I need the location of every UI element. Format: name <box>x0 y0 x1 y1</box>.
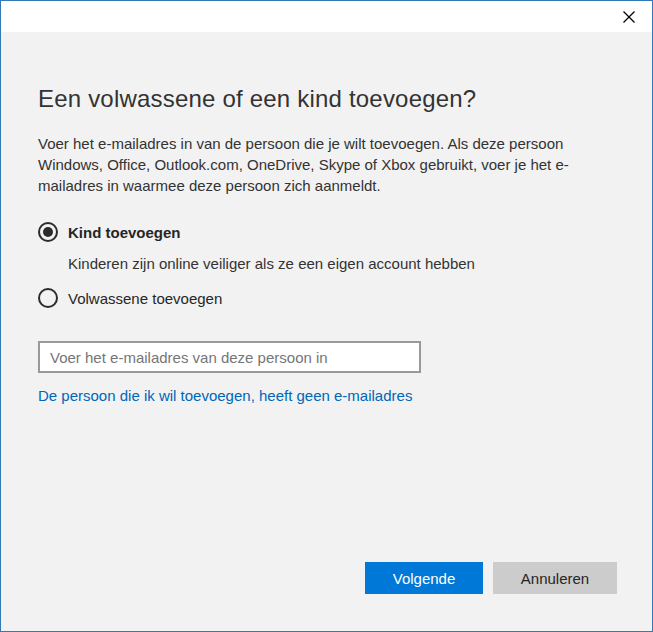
add-family-member-dialog: Een volwassene of een kind toevoegen? Vo… <box>0 0 653 632</box>
dialog-title: Een volwassene of een kind toevoegen? <box>38 85 615 113</box>
radio-option-child-label: Kind toevoegen <box>68 224 181 241</box>
dialog-footer: Volgende Annuleren <box>365 562 617 594</box>
radio-unselected-icon <box>38 288 58 308</box>
titlebar <box>1 1 652 32</box>
email-input[interactable] <box>38 341 421 373</box>
radio-option-child[interactable]: Kind toevoegen <box>38 222 615 242</box>
radio-selected-icon <box>38 222 58 242</box>
dialog-description: Voer het e-mailadres in van de persoon d… <box>38 133 578 196</box>
dialog-content: Een volwassene of een kind toevoegen? Vo… <box>1 32 652 631</box>
child-option-hint: Kinderen zijn online veiliger als ze een… <box>68 255 615 272</box>
close-button[interactable] <box>606 1 652 32</box>
next-button[interactable]: Volgende <box>365 562 483 594</box>
cancel-button[interactable]: Annuleren <box>493 562 617 594</box>
account-type-options: Kind toevoegen Kinderen zijn online veil… <box>38 222 615 308</box>
no-email-link[interactable]: De persoon die ik wil toevoegen, heeft g… <box>38 387 412 404</box>
radio-option-adult-label: Volwassene toevoegen <box>68 290 222 307</box>
radio-option-adult[interactable]: Volwassene toevoegen <box>38 288 615 308</box>
close-icon <box>622 10 636 24</box>
